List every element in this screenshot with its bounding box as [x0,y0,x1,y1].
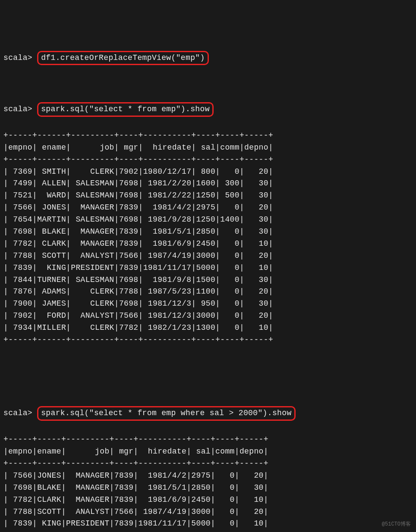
blank-line [3,382,413,394]
repl-line-1: scala> df1.createOrReplaceTempView("emp"… [3,51,413,66]
result-table-2: +-----+-----+---------+----+----------+-… [3,434,413,532]
repl-prompt: scala> [3,103,32,116]
command-highlight-3: spark.sql("select * from emp where sal >… [37,406,295,421]
blank-line [3,78,413,90]
repl-line-2: scala> spark.sql("select * from emp").sh… [3,102,413,117]
blank-line [3,358,413,370]
repl-prompt: scala> [3,407,32,419]
result-table-1: +-----+------+---------+----+----------+… [3,130,413,346]
watermark-text: @51CTO博客 [382,520,411,529]
repl-line-3: scala> spark.sql("select * from emp wher… [3,406,413,421]
command-highlight-1: df1.createOrReplaceTempView("emp") [37,51,209,66]
repl-prompt: scala> [3,52,32,64]
command-highlight-2: spark.sql("select * from emp").show [37,102,214,117]
